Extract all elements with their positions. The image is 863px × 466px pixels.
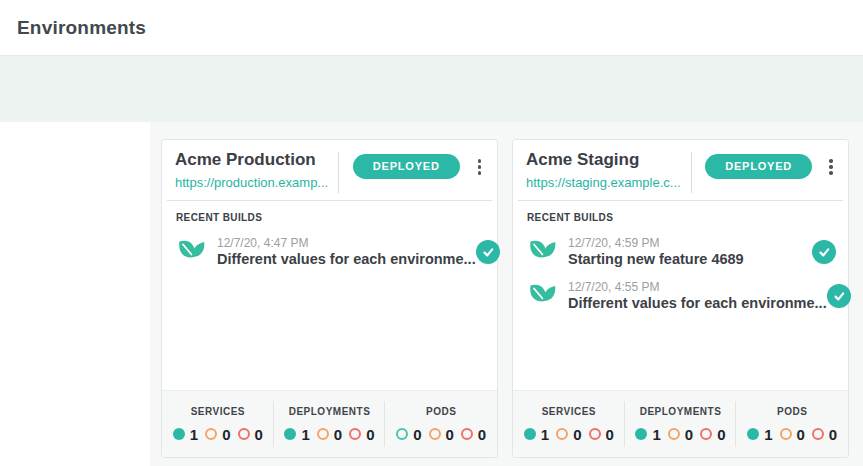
build-name: Starting new feature 4689 [568,251,744,267]
stat-value: 0 [717,426,725,443]
stat-row: 0 0 0 [396,426,486,443]
stat-value: 0 [255,426,263,443]
stat-value: 0 [478,426,486,443]
environment-url-link[interactable]: https://production.examp... [175,175,328,190]
build-success-check-icon [812,240,836,264]
stat-value: 0 [685,426,693,443]
card-body: RECENT BUILDS 12/7/20, 4:47 PM Different… [162,201,497,267]
stat-indicator-dot [284,428,296,440]
card-body: RECENT BUILDS 12/7/20, 4:59 PM Starting … [513,201,848,311]
recent-builds-heading: RECENT BUILDS [176,212,485,223]
environment-title: Acme Production [175,149,328,172]
build-name: Different values for each environme... [568,295,827,311]
stat-indicator-dot [238,428,250,440]
stat-row: 1 0 0 [635,426,725,443]
stat-indicator-dot [349,428,361,440]
stat-row: 1 0 0 [284,426,374,443]
stat-indicator-dot [317,428,329,440]
environment-url-link[interactable]: https://staging.example.c... [526,175,681,190]
kebab-menu-icon[interactable] [474,155,485,179]
stat-indicator-dot [700,428,712,440]
stat-value: 0 [334,426,342,443]
hero-band [0,55,863,122]
page-title: Environments [17,17,146,39]
build-success-check-icon [827,284,851,308]
environments-screen: Environments Acme Production https://pro… [0,0,863,466]
stat-label: DEPLOYMENTS [289,406,371,417]
stat-indicator-dot [556,428,568,440]
build-text: 12/7/20, 4:47 PM Different values for ea… [217,236,476,267]
stat-indicator-dot [747,428,759,440]
build-row[interactable]: 12/7/20, 4:55 PM Different values for ea… [527,280,836,311]
stat-row: 1 0 0 [747,426,837,443]
card-head-text: Acme Production https://production.examp… [175,149,328,190]
header-divider [691,152,692,193]
card-stats-footer: SERVICES 1 0 0 DEPLOYMENTS 1 0 0 [513,390,848,457]
stat-indicator-dot [635,428,647,440]
stat-value: 1 [541,426,549,443]
stat-indicator-dot [461,428,473,440]
stat-value: 1 [764,426,772,443]
build-timestamp: 12/7/20, 4:55 PM [568,280,827,294]
stat-label: PODS [426,406,456,417]
stat-value: 0 [446,426,454,443]
stat-column-pods: PODS 1 0 0 [736,391,848,457]
build-name: Different values for each environme... [217,251,476,267]
stat-value: 0 [829,426,837,443]
stat-indicator-dot [173,428,185,440]
stat-label: PODS [777,406,807,417]
card-header: Acme Staging https://staging.example.c..… [513,140,848,193]
status-badge: DEPLOYED [353,154,460,179]
stat-indicator-dot [396,428,408,440]
stat-row: 1 0 0 [173,426,263,443]
stat-label: DEPLOYMENTS [640,406,722,417]
leaf-icon [527,237,557,267]
build-timestamp: 12/7/20, 4:47 PM [217,236,476,250]
stat-indicator-dot [524,428,536,440]
stat-column-pods: PODS 0 0 0 [385,391,497,457]
stat-label: SERVICES [542,406,596,417]
card-stats-footer: SERVICES 1 0 0 DEPLOYMENTS 1 0 0 [162,390,497,457]
stat-column-services: SERVICES 1 0 0 [162,391,274,457]
stat-indicator-dot [429,428,441,440]
stat-value: 1 [652,426,660,443]
stat-row: 1 0 0 [524,426,614,443]
stat-column-services: SERVICES 1 0 0 [513,391,625,457]
environment-card-production: Acme Production https://production.examp… [161,139,498,458]
environment-title: Acme Staging [526,149,681,172]
stat-indicator-dot [589,428,601,440]
status-badge: DEPLOYED [705,154,812,179]
kebab-menu-icon[interactable] [826,155,836,179]
stat-column-deployments: DEPLOYMENTS 1 0 0 [625,391,737,457]
stat-value: 0 [606,426,614,443]
leaf-icon [527,281,557,311]
stat-indicator-dot [205,428,217,440]
stat-value: 1 [190,426,198,443]
build-success-check-icon [476,240,500,264]
card-header: Acme Production https://production.examp… [162,140,497,193]
stat-value: 0 [797,426,805,443]
stat-indicator-dot [668,428,680,440]
stat-value: 0 [222,426,230,443]
leaf-icon [176,237,206,267]
header-divider [338,152,339,193]
card-head-text: Acme Staging https://staging.example.c..… [526,149,681,190]
stat-indicator-dot [780,428,792,440]
build-timestamp: 12/7/20, 4:59 PM [568,236,744,250]
stat-value: 0 [366,426,374,443]
stat-label: SERVICES [191,406,245,417]
environment-card-list: Acme Production https://production.examp… [161,139,849,458]
build-text: 12/7/20, 4:59 PM Starting new feature 46… [568,236,744,267]
environment-card-staging: Acme Staging https://staging.example.c..… [512,139,849,458]
stat-value: 1 [301,426,309,443]
build-row[interactable]: 12/7/20, 4:47 PM Different values for ea… [176,236,485,267]
build-row[interactable]: 12/7/20, 4:59 PM Starting new feature 46… [527,236,836,267]
page-header: Environments [0,0,863,55]
stat-value: 0 [573,426,581,443]
stat-indicator-dot [812,428,824,440]
build-text: 12/7/20, 4:55 PM Different values for ea… [568,280,827,311]
recent-builds-heading: RECENT BUILDS [527,212,836,223]
stat-value: 0 [413,426,421,443]
stat-column-deployments: DEPLOYMENTS 1 0 0 [274,391,386,457]
